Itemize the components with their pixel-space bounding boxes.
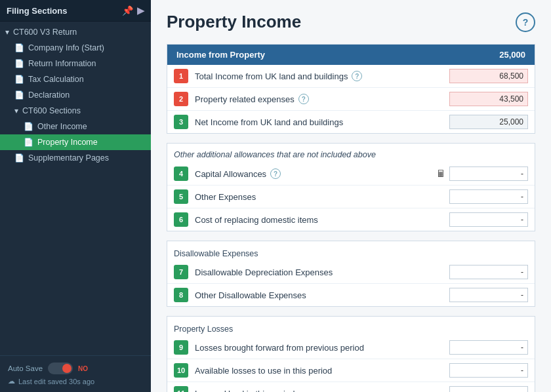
sidebar-item-return-information[interactable]: 📄Return Information — [0, 56, 151, 71]
row-input[interactable] — [449, 115, 528, 129]
row-input[interactable] — [449, 189, 528, 204]
autosave-row: Auto Save NO — [8, 363, 143, 374]
row-label: Losses brought forward from previous per… — [195, 343, 449, 353]
page-header: Property Income ? — [167, 12, 535, 32]
income-row-0: 1 Total Income from UK land and building… — [167, 65, 535, 88]
sidebar-item-property-income[interactable]: 📄Property Income — [0, 134, 151, 150]
allowance-row-1: 5 Other Expenses — [167, 186, 535, 208]
row-label: Cost of replacing domestic items — [195, 215, 449, 225]
help-icon[interactable]: ? — [298, 94, 309, 104]
tree-icon: 📄 — [14, 59, 24, 68]
losses-panel: Property Losses 9 Losses brought forward… — [167, 316, 535, 392]
disallowable-rows: 7 Disallowable Depreciation Expenses 8 O… — [167, 261, 535, 306]
sidebar-item-other-income[interactable]: 📄Other Income — [0, 119, 151, 134]
income-section-title: Income from Property — [176, 50, 265, 60]
losses-rows: 9 Losses brought forward from previous p… — [167, 336, 535, 392]
row-label: Capital Allowances ? — [195, 168, 436, 179]
row-num: 4 — [174, 167, 188, 181]
row-input[interactable] — [449, 212, 528, 227]
row-label: Available losses to use in this period — [195, 366, 449, 376]
row-label: Net Income from UK land and buildings — [195, 117, 449, 127]
last-edit-row: ☁ Last edit saved 30s ago — [8, 377, 143, 385]
row-num: 6 — [174, 212, 188, 227]
help-icon[interactable]: ? — [270, 168, 281, 179]
income-panel: Income from Property 25,000 1 Total Inco… — [167, 44, 535, 134]
allowance-row-0: 4 Capital Allowances ? 🖩 — [167, 163, 535, 186]
row-input[interactable] — [449, 340, 528, 355]
row-input[interactable] — [449, 386, 528, 392]
row-num: 9 — [174, 340, 188, 355]
disallowable-title: Disallowable Expenses — [167, 241, 535, 261]
row-input[interactable] — [449, 69, 528, 83]
sidebar-item-ct600-sections[interactable]: ▾CT600 Sections — [0, 103, 151, 119]
losses-row-1: 10 Available losses to use in this perio… — [167, 359, 535, 382]
toggle-knob — [62, 364, 71, 373]
losses-title: Property Losses — [167, 317, 535, 336]
tree-label: Tax Calculation — [28, 75, 84, 84]
help-button[interactable]: ? — [516, 12, 535, 32]
row-input[interactable] — [449, 363, 528, 378]
row-input[interactable] — [449, 167, 528, 181]
income-section-total: 25,000 — [499, 50, 525, 60]
autosave-toggle[interactable] — [48, 363, 73, 374]
sidebar-item-declaration[interactable]: 📄Declaration — [0, 87, 151, 103]
last-edit-text: Last edit saved 30s ago — [18, 378, 94, 385]
tree-icon: ▾ — [5, 28, 9, 37]
row-label: Losses Used in this period — [195, 389, 449, 393]
tree-label: Return Information — [28, 59, 96, 68]
tree-icon: 📄 — [14, 75, 24, 84]
row-num: 11 — [174, 386, 188, 392]
allowances-rows: 4 Capital Allowances ? 🖩 5 Other Expense… — [167, 163, 535, 231]
tree-icon: 📄 — [24, 122, 33, 131]
allowance-row-2: 6 Cost of replacing domestic items — [167, 208, 535, 231]
sidebar-footer: Auto Save NO ☁ Last edit saved 30s ago — [0, 355, 151, 392]
tree-icon: 📄 — [14, 90, 24, 100]
losses-row-2: 11 Losses Used in this period — [167, 382, 535, 392]
sidebar-header: Filing Sections 📌 ▶ — [0, 0, 151, 22]
row-label: Other Disallowable Expenses — [195, 290, 449, 300]
pin-icon[interactable]: 📌 — [122, 5, 133, 16]
tree-label: Declaration — [28, 90, 70, 100]
tree-icon: 📄 — [14, 153, 24, 163]
tree-label: Property Income — [37, 138, 98, 147]
sidebar-item-ct600-v3-return[interactable]: ▾CT600 V3 Return — [0, 24, 151, 40]
income-section-header: Income from Property 25,000 — [167, 45, 535, 65]
tree-label: CT600 Sections — [22, 106, 81, 115]
row-label: Disallowable Depreciation Expenses — [195, 267, 449, 277]
calc-icon[interactable]: 🖩 — [436, 168, 445, 179]
sidebar-tree: ▾CT600 V3 Return📄Company Info (Start)📄Re… — [0, 22, 151, 355]
row-label: Other Expenses — [195, 192, 449, 202]
income-rows: 1 Total Income from UK land and building… — [167, 65, 535, 133]
losses-row-0: 9 Losses brought forward from previous p… — [167, 336, 535, 359]
sidebar-item-tax-calculation[interactable]: 📄Tax Calculation — [0, 71, 151, 87]
row-num: 5 — [174, 189, 188, 204]
row-num: 3 — [174, 115, 188, 129]
toggle-state: NO — [78, 365, 88, 372]
row-input[interactable] — [449, 288, 528, 302]
tree-label: Other Income — [37, 122, 87, 131]
tree-icon: 📄 — [24, 138, 33, 147]
row-num: 7 — [174, 265, 188, 279]
row-num: 10 — [174, 363, 188, 378]
disallowable-row-1: 8 Other Disallowable Expenses — [167, 284, 535, 306]
row-num: 1 — [174, 69, 188, 83]
sidebar-item-supplementary-pages[interactable]: 📄Supplementary Pages — [0, 150, 151, 166]
row-label: Property related expenses ? — [195, 94, 449, 104]
sidebar-title: Filing Sections — [7, 6, 67, 16]
row-input[interactable] — [449, 265, 528, 279]
row-input[interactable] — [449, 92, 528, 106]
page-title: Property Income — [167, 12, 301, 32]
tree-label: Supplementary Pages — [28, 153, 109, 163]
sidebar: Filing Sections 📌 ▶ ▾CT600 V3 Return📄Com… — [0, 0, 151, 392]
tree-icon: 📄 — [14, 43, 24, 52]
tree-label: Company Info (Start) — [28, 43, 104, 52]
disallowable-panel: Disallowable Expenses 7 Disallowable Dep… — [167, 241, 535, 307]
sidebar-item-company-info-(start)[interactable]: 📄Company Info (Start) — [0, 40, 151, 56]
sidebar-header-icons: 📌 ▶ — [122, 5, 144, 16]
row-num: 2 — [174, 92, 188, 106]
tree-icon: ▾ — [14, 106, 18, 115]
expand-icon[interactable]: ▶ — [137, 5, 144, 16]
income-row-1: 2 Property related expenses ? — [167, 88, 535, 111]
help-icon[interactable]: ? — [352, 71, 362, 81]
main-content: Property Income ? Income from Property 2… — [151, 0, 551, 392]
